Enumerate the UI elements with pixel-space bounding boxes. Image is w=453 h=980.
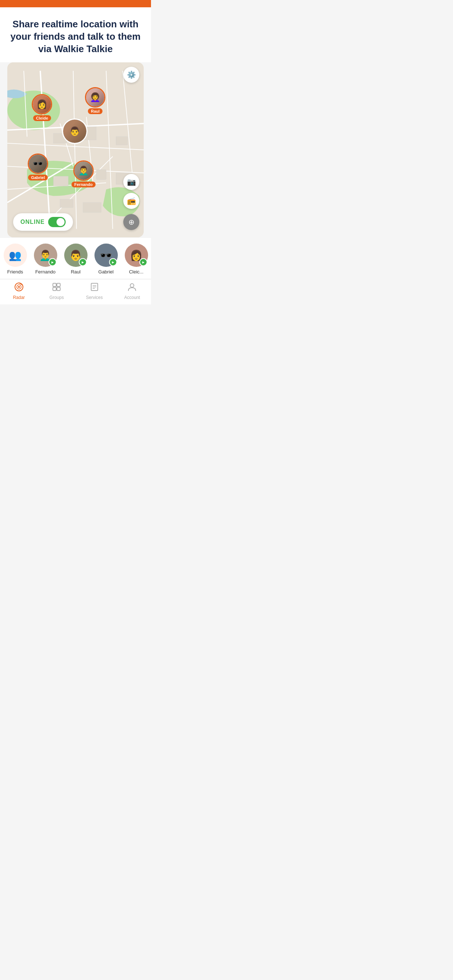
nav-item-services[interactable]: Services — [80, 282, 109, 300]
svg-rect-29 — [53, 287, 56, 291]
groups-nav-label: Groups — [49, 295, 64, 300]
raul-avatar-wrap: 👨 — [64, 243, 88, 267]
svg-rect-19 — [96, 170, 106, 180]
svg-rect-21 — [60, 199, 73, 208]
online-toggle[interactable] — [48, 217, 65, 227]
avatar-pin-raul[interactable]: 👩‍🦱 Raul — [85, 87, 105, 114]
header-section: Share realtime location with your friend… — [0, 7, 151, 62]
radar-icon — [14, 282, 24, 294]
cleide-friend-label: Cleic... — [129, 269, 144, 275]
friend-item-fernando[interactable]: 👨‍🦱 Fernando — [30, 243, 61, 275]
svg-rect-27 — [53, 283, 56, 286]
raul-location-dot — [79, 258, 87, 266]
gabriel-face: 🕶️ — [29, 154, 47, 173]
nav-item-radar[interactable]: Radar — [4, 282, 33, 300]
gabriel-location-dot — [109, 258, 117, 266]
walkie-talkie-icon: 📻 — [127, 197, 136, 205]
avatar-pin-center[interactable]: 👨 — [62, 118, 88, 144]
map-background — [7, 62, 144, 237]
avatar-pin-gabriel[interactable]: 🕶️ Gabriel — [28, 153, 48, 180]
radar-nav-label: Radar — [13, 295, 25, 300]
bottom-nav: Radar Groups Services — [0, 279, 151, 304]
online-status-text: ONLINE — [21, 219, 45, 225]
raul-friend-label: Raul — [71, 269, 81, 275]
svg-point-25 — [18, 286, 20, 288]
location-crosshair-icon: ⊕ — [128, 218, 135, 226]
nav-item-groups[interactable]: Groups — [42, 282, 71, 300]
raul-face: 👩‍🦱 — [86, 88, 104, 107]
header-title: Share realtime location with your friend… — [7, 18, 144, 55]
center-face: 👨 — [63, 119, 86, 143]
map-container: ⚙️ 👩 Cleide 👩‍🦱 Raul 👨 🕶️ Gabriel 👨‍🦱 Fe… — [7, 62, 144, 237]
friends-group-icon: 👥 — [9, 250, 22, 261]
fernando-avatar-wrap: 👨‍🦱 — [34, 243, 57, 267]
gabriel-avatar-wrap: 🕶️ — [94, 243, 118, 267]
account-nav-label: Account — [124, 295, 140, 300]
fernando-label: Fernando — [72, 181, 96, 188]
friends-group-avatar: 👥 — [4, 243, 27, 267]
gabriel-label: Gabriel — [28, 175, 48, 180]
friend-item-raul[interactable]: 👨 Raul — [61, 243, 91, 275]
toggle-thumb — [57, 218, 65, 226]
camera-icon: 📷 — [127, 178, 136, 186]
raul-label: Raul — [88, 108, 102, 114]
avatar-pin-fernando[interactable]: 👨‍🦱 Fernando — [72, 161, 96, 188]
friends-group-avatar-wrap: 👥 — [4, 243, 27, 267]
svg-rect-28 — [57, 283, 60, 286]
map-controls-top: ⚙️ — [123, 67, 139, 83]
svg-rect-18 — [53, 177, 68, 186]
cleide-label: Cleide — [33, 115, 51, 121]
gabriel-friend-label: Gabriel — [99, 269, 114, 275]
svg-rect-17 — [116, 137, 128, 145]
friend-item-cleide[interactable]: 👩 Cleic... — [121, 243, 151, 275]
cleide-location-dot — [139, 258, 147, 266]
groups-icon — [52, 282, 61, 294]
cleide-avatar-wrap: 👩 — [125, 243, 148, 267]
friends-strip: 👥 Friends 👨‍🦱 Fernando 👨 Raul 🕶️ — [0, 237, 151, 279]
gear-icon: ⚙️ — [127, 70, 136, 79]
online-badge[interactable]: ONLINE — [13, 213, 73, 231]
cleide-face: 👩 — [33, 95, 51, 113]
services-nav-label: Services — [86, 295, 103, 300]
svg-point-35 — [130, 284, 134, 287]
nav-item-account[interactable]: Account — [118, 282, 147, 300]
settings-button[interactable]: ⚙️ — [123, 67, 139, 83]
status-bar — [0, 0, 151, 7]
services-icon — [90, 282, 99, 294]
svg-rect-30 — [57, 287, 60, 291]
friends-group-item[interactable]: 👥 Friends — [0, 243, 30, 275]
fernando-location-dot — [48, 258, 57, 266]
avatar-pin-cleide[interactable]: 👩 Cleide — [32, 94, 52, 121]
friends-group-label: Friends — [7, 269, 23, 275]
svg-rect-22 — [83, 203, 101, 213]
fernando-face: 👨‍🦱 — [74, 162, 93, 180]
account-icon — [127, 282, 137, 294]
fernando-friend-label: Fernando — [35, 269, 56, 275]
friend-item-gabriel[interactable]: 🕶️ Gabriel — [91, 243, 121, 275]
